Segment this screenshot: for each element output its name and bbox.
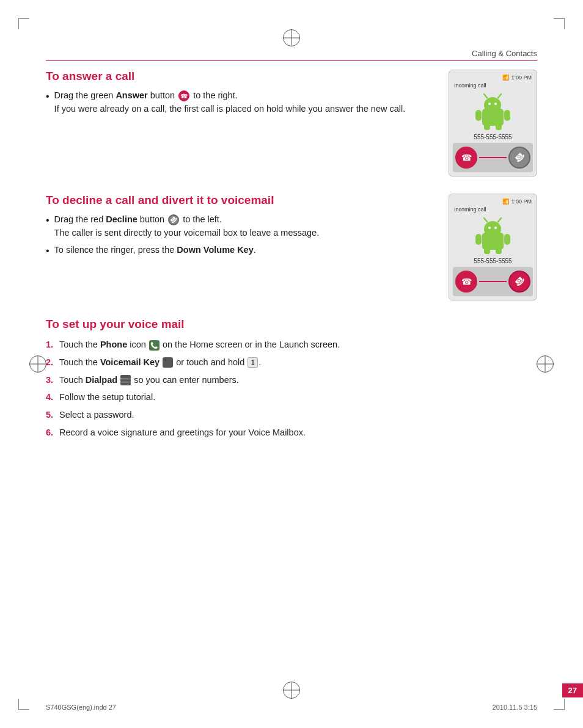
- bullet-dot: •: [46, 90, 50, 103]
- corner-mark-bl: [18, 699, 29, 710]
- decline-button-2: ☎: [508, 271, 530, 293]
- page-number: 27: [568, 686, 577, 695]
- dialpad-icon: [120, 375, 131, 385]
- step-4: 4. Follow the setup tutorial.: [46, 391, 537, 404]
- step-2-num: 2.: [46, 356, 59, 369]
- android-figure-2: [473, 216, 513, 255]
- call-line: [479, 157, 507, 158]
- bullet-dot-3: •: [46, 245, 50, 258]
- answer-button-2: ☎: [455, 271, 477, 293]
- crosshair-right: [537, 355, 554, 373]
- svg-point-1: [484, 97, 501, 113]
- svg-rect-16: [475, 234, 482, 245]
- decline-bullet-2: • To silence the ringer, press the Down …: [46, 244, 436, 258]
- step-4-text: Follow the setup tutorial.: [59, 391, 155, 404]
- android-figure-1: [473, 92, 513, 131]
- svg-line-5: [498, 94, 501, 98]
- step-3: 3. Touch Dialpad so you can enter number…: [46, 374, 537, 387]
- svg-point-13: [494, 227, 497, 229]
- phone-mockup-decline: 📶 1:00 PM Incoming call 555-555-5555 ☎: [449, 194, 537, 300]
- svg-rect-18: [484, 248, 490, 254]
- section-decline-text: To decline a call and divert it to voice…: [46, 194, 436, 261]
- corner-mark-br: [554, 699, 565, 710]
- section-answer-call: To answer a call • Drag the green Answer…: [46, 70, 537, 177]
- step-3-text: Touch Dialpad so you can enter numbers.: [59, 374, 239, 387]
- svg-rect-9: [496, 124, 502, 130]
- section-answer-title: To answer a call: [46, 70, 436, 83]
- svg-rect-8: [484, 124, 490, 130]
- step-5-text: Select a password.: [59, 409, 134, 422]
- step-2-text: Touch the Voicemail Key or touch and hol…: [59, 356, 261, 369]
- step-4-num: 4.: [46, 391, 59, 404]
- phone-mockup-answer: 📶 1:00 PM Incoming call: [449, 70, 537, 177]
- decline-bullet-text-1: Drag the red Decline button ☎ to the lef…: [54, 213, 320, 240]
- svg-point-2: [488, 103, 491, 105]
- section-answer-text: To answer a call • Drag the green Answer…: [46, 70, 436, 120]
- step-3-num: 3.: [46, 374, 59, 387]
- status-sim-icon: 📶: [502, 75, 509, 81]
- answer-bullet-1: • Drag the green Answer button ☎ to the …: [46, 89, 436, 116]
- step-1-num: 1.: [46, 338, 59, 352]
- footer-right: 2010.11.5 3:15: [493, 704, 537, 711]
- svg-point-11: [484, 221, 501, 237]
- number-1-icon: 1: [248, 357, 258, 368]
- svg-rect-17: [504, 234, 510, 245]
- crosshair-left: [29, 355, 46, 373]
- phone-number-1: 555-555-5555: [453, 134, 533, 140]
- page-header: Calling & Contacts: [46, 49, 537, 61]
- step-6-text: Record a voice signature and greetings f…: [59, 426, 306, 440]
- dialpad-bold: Dialpad: [86, 375, 117, 385]
- phone-status-bar-2: 📶 1:00 PM: [453, 198, 533, 206]
- phone-icon: [149, 340, 160, 351]
- down-volume-key-bold: Down Volume Key: [177, 245, 253, 255]
- status-sim-icon-2: 📶: [502, 198, 509, 205]
- phone-bold: Phone: [100, 340, 127, 349]
- page-number-box: 27: [562, 683, 583, 697]
- decline-button: ☎: [508, 147, 530, 169]
- svg-point-12: [488, 227, 491, 229]
- svg-line-14: [484, 218, 487, 222]
- decline-bold: Decline: [106, 214, 138, 224]
- svg-rect-6: [475, 110, 482, 121]
- section-decline-title: To decline a call and divert it to voice…: [46, 194, 436, 207]
- step-6-num: 6.: [46, 426, 59, 440]
- call-buttons-2: ☎ ☎: [453, 267, 533, 296]
- call-buttons-1: ☎ ☎: [453, 143, 533, 172]
- step-1-text: Touch the Phone icon on the Home screen …: [59, 338, 340, 352]
- page-footer: S740GSG(eng).indd 27 2010.11.5 3:15: [46, 704, 537, 711]
- crosshair-top: [283, 29, 300, 46]
- section-voicemail-title: To set up your voice mail: [46, 318, 537, 331]
- phone-status-bar: 📶 1:00 PM: [453, 74, 533, 82]
- answer-button: ☎: [455, 147, 477, 169]
- voicemail-key-bold: Voicemail Key: [100, 357, 160, 367]
- svg-rect-7: [504, 110, 510, 121]
- svg-line-4: [484, 94, 487, 98]
- svg-line-15: [498, 218, 501, 222]
- answer-bullet-text: Drag the green Answer button ☎ to the ri…: [54, 89, 406, 116]
- answer-bold: Answer: [116, 90, 147, 100]
- svg-point-3: [494, 103, 497, 105]
- phone-number-2: 555-555-5555: [453, 258, 533, 264]
- incoming-call-label: Incoming call: [453, 82, 533, 89]
- step-6: 6. Record a voice signature and greeting…: [46, 426, 537, 440]
- call-line-2: [479, 281, 507, 282]
- section-voicemail: To set up your voice mail 1. Touch the P…: [46, 318, 537, 440]
- voicemail-icon: [163, 357, 173, 368]
- status-time: 1:00 PM: [511, 75, 532, 81]
- decline-bullet-1: • Drag the red Decline button ☎ to the l…: [46, 213, 436, 240]
- decline-bullet-text-2: To silence the ringer, press the Down Vo…: [54, 244, 256, 257]
- footer-left: S740GSG(eng).indd 27: [46, 704, 116, 711]
- status-time-2: 1:00 PM: [511, 198, 532, 205]
- crosshair-bottom: [283, 682, 300, 699]
- corner-mark-tl: [18, 18, 29, 29]
- header-title: Calling & Contacts: [472, 49, 537, 58]
- svg-rect-19: [496, 248, 502, 254]
- incoming-call-label-2: Incoming call: [453, 206, 533, 213]
- step-2: 2. Touch the Voicemail Key or touch and …: [46, 356, 537, 369]
- bullet-dot-2: •: [46, 214, 50, 227]
- corner-mark-tr: [554, 18, 565, 29]
- page-content: Calling & Contacts To answer a call • Dr…: [46, 49, 537, 679]
- step-1: 1. Touch the Phone icon on the Home scre…: [46, 338, 537, 352]
- step-5-num: 5.: [46, 409, 59, 422]
- section-decline-call: To decline a call and divert it to voice…: [46, 194, 537, 300]
